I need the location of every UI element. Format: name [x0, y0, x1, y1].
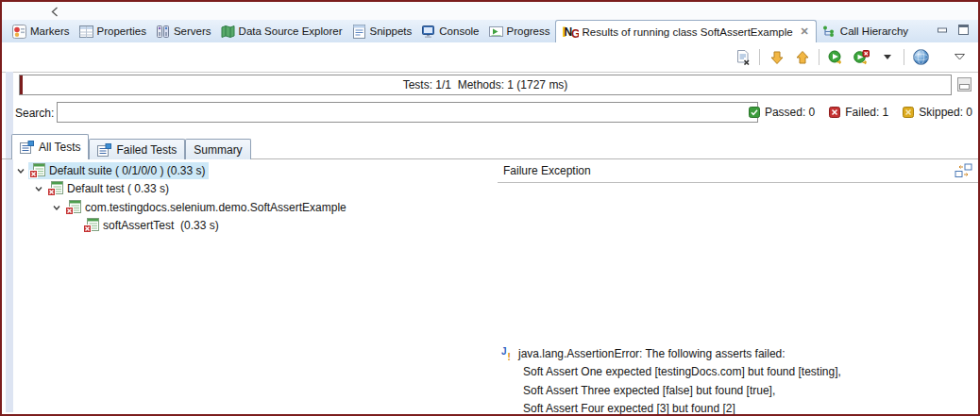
tab-results-of-running-class-softassertexamp[interactable]: NGResults of running class SoftAssertExa…: [555, 20, 817, 42]
view-tab-failed-tests[interactable]: Failed Tests: [89, 139, 185, 159]
clear-results-button[interactable]: [734, 48, 752, 66]
exception-icon: J!: [500, 346, 515, 361]
view-tab-all-tests[interactable]: All Tests: [11, 134, 89, 159]
maximize-icon[interactable]: [958, 25, 969, 35]
trace-text: Soft Assert One expected [testingDocs.co…: [523, 365, 841, 378]
counter-label: Failed: 1: [845, 106, 888, 119]
view-menu-button[interactable]: [951, 48, 969, 66]
rerun-tests-button[interactable]: [827, 48, 845, 66]
close-tab-icon[interactable]: ✕: [801, 25, 809, 38]
skipped-icon: [903, 107, 914, 118]
failed-tests-icon: [97, 143, 111, 157]
properties-icon: [79, 25, 93, 39]
tab-scroll-left-icon[interactable]: [49, 6, 60, 17]
toolbar-separator: [904, 49, 904, 65]
tab-label: Call Hierarchy: [840, 25, 908, 37]
dropdown-arrow-icon: [884, 55, 891, 59]
tree-node-default-test-0-33-s[interactable]: Default test ( 0.33 s): [11, 180, 488, 199]
tab-data-source-explorer[interactable]: Data Source Explorer: [216, 20, 347, 42]
tab-snippets[interactable]: Snippets: [347, 20, 417, 42]
left-strip: [6, 72, 13, 412]
view-toolbar: [2, 42, 978, 73]
window-buttons: [938, 25, 969, 35]
tab-progress[interactable]: Progress: [484, 20, 555, 42]
failure-panel-header: Failure Exception: [498, 159, 978, 183]
minimize-icon[interactable]: [938, 25, 947, 35]
counter-failed: Failed: 1: [829, 106, 888, 119]
view-tab-label: All Tests: [39, 141, 80, 154]
arrow-up-icon: [796, 50, 809, 65]
counter-passed: Passed: 0: [749, 106, 815, 119]
progress-icon: [489, 25, 503, 39]
snippets-icon: [352, 25, 366, 39]
view-tab-bar: MarkersPropertiesServersData Source Expl…: [2, 20, 978, 42]
view-menu-icon: [955, 54, 965, 60]
tree-node-default-suite-0-1-0-0-0-33-s[interactable]: Default suite ( 0/1/0/0 ) (0.33 s): [11, 161, 488, 180]
tab-servers[interactable]: Servers: [151, 20, 216, 42]
expander-icon[interactable]: [13, 163, 28, 178]
view-tab-summary[interactable]: Summary: [185, 139, 250, 159]
result-view-tabs: All TestsFailed TestsSummary: [11, 135, 251, 159]
tab-label: Properties: [97, 25, 146, 37]
compare-result-icon[interactable]: [955, 163, 972, 178]
trace-line[interactable]: J!java.lang.AssertionError: The followin…: [498, 344, 978, 363]
expander-icon[interactable]: [49, 200, 64, 215]
tab-console[interactable]: Console: [416, 20, 483, 42]
top-strip: [2, 2, 978, 20]
tab-markers[interactable]: Markers: [8, 20, 75, 42]
toolbar-separator: [759, 49, 760, 65]
tree-node-softasserttest-0-33-s[interactable]: softAssertTest (0.33 s): [11, 217, 488, 236]
trace-line[interactable]: Soft Assert Three expected [false] but f…: [498, 381, 978, 400]
layout-button[interactable]: [955, 75, 972, 92]
tab-label: Servers: [174, 25, 211, 37]
previous-failure-button[interactable]: [793, 48, 811, 66]
counter-label: Passed: 0: [765, 106, 815, 119]
rerun-icon: [828, 50, 844, 65]
trace-line[interactable]: Soft Assert One expected [testingDocs.co…: [498, 363, 978, 382]
tab-properties[interactable]: Properties: [75, 20, 151, 42]
tab-label: Snippets: [370, 25, 413, 37]
progress-fill: [20, 75, 23, 94]
trace-text: java.lang.AssertionError: The following …: [518, 347, 786, 360]
expander-spacer: [67, 218, 82, 233]
next-failure-button[interactable]: [768, 48, 786, 66]
tab-label: Markers: [30, 25, 70, 37]
tab-label: Results of running class SoftAssertExamp…: [583, 26, 793, 38]
all-tests-icon: [20, 141, 34, 154]
failed-test-icon: [83, 218, 99, 233]
search-input[interactable]: [57, 102, 758, 123]
data-source-explorer-icon: [221, 25, 235, 39]
expander-icon[interactable]: [31, 181, 46, 196]
svg-text:G: G: [571, 27, 579, 40]
passed-icon: [749, 107, 760, 118]
toolbar-separator: [819, 49, 819, 65]
failed-icon: [829, 107, 840, 118]
tab-call-hierarchy[interactable]: Call Hierarchy: [817, 20, 913, 42]
svg-text:!: !: [508, 352, 511, 361]
test-tree: Default suite ( 0/1/0/0 ) (0.33 s)Defaul…: [11, 161, 488, 235]
markers-icon: [12, 25, 26, 39]
testng-results-window: MarkersPropertiesServersData Source Expl…: [0, 0, 980, 416]
tree-node-label: softAssertTest (0.33 s): [103, 219, 219, 232]
tree-node-com-testingdocs-selenium-demo-softassert[interactable]: com.testingdocs.selenium.demo.SoftAssert…: [11, 198, 488, 217]
clear-results-icon: [735, 50, 751, 65]
rerun-menu-button[interactable]: [878, 48, 896, 66]
view-tab-label: Summary: [194, 143, 242, 157]
testng-icon: NG: [563, 25, 579, 39]
view-tab-label: Failed Tests: [116, 143, 177, 157]
tree-node-label: Default test ( 0.33 s): [67, 182, 169, 195]
trace-line[interactable]: Soft Assert Four expected [3] but found …: [498, 400, 978, 416]
search-label: Search:: [15, 107, 54, 120]
globe-icon: [913, 49, 929, 65]
failure-panel: Failure Exception J!java.lang.AssertionE…: [498, 159, 978, 414]
servers-icon: [156, 25, 170, 39]
rerun-failed-tests-button[interactable]: [853, 48, 870, 66]
test-summary-text: Tests: 1/1 Methods: 1 (1727 ms): [403, 78, 568, 92]
failed-suite-icon: [65, 200, 81, 215]
counter-label: Skipped: 0: [919, 106, 972, 119]
counter-skipped: Skipped: 0: [903, 106, 972, 119]
failure-trace: J!java.lang.AssertionError: The followin…: [498, 344, 978, 416]
tree-node-content: Default test ( 0.33 s): [46, 180, 173, 197]
open-report-button[interactable]: [912, 48, 930, 66]
tab-label: Data Source Explorer: [239, 25, 343, 37]
